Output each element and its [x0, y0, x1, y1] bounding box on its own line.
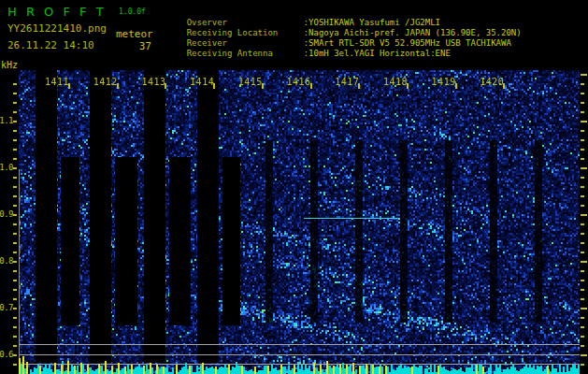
y-axis-tick: [13, 364, 17, 366]
time-label: 1413: [141, 77, 165, 87]
y-axis-tick: [13, 177, 17, 179]
y-axis-tick-right: [581, 270, 584, 272]
y-axis-tick-right: [581, 326, 584, 328]
meteor-count: 37: [131, 40, 151, 52]
y-axis-tick: [13, 93, 17, 94]
y-axis-tick: [13, 326, 17, 328]
output-filename: YY2611221410.png: [7, 22, 107, 35]
y-axis-tick: [13, 121, 17, 122]
time-label: 1418: [383, 77, 408, 87]
station-info-row: Ovserver:YOSHIKAWA Yasufumi /JG2MLI: [166, 8, 440, 19]
y-axis-tick: [13, 167, 17, 169]
meteor-mode-label: meteor: [116, 28, 153, 40]
y-axis-tick-right: [581, 102, 584, 104]
y-axis-tick: [13, 345, 17, 347]
y-axis-label: 0.8: [0, 256, 13, 266]
y-axis-label: 0.7: [0, 303, 13, 312]
time-label: 1412: [93, 77, 118, 87]
y-axis-tick: [13, 280, 17, 281]
y-axis-tick-right: [581, 205, 584, 207]
y-axis-tick-right: [581, 317, 584, 319]
time-tick: [503, 83, 505, 89]
time-tick: [117, 83, 119, 89]
y-axis-tick-right: [581, 158, 584, 160]
y-axis-tick: [13, 298, 17, 300]
time-tick: [310, 83, 312, 89]
y-axis-tick: [13, 289, 17, 291]
time-label: 1414: [190, 77, 214, 87]
y-axis-tick: [13, 111, 17, 113]
y-axis-label: 0.6: [0, 350, 13, 359]
time-tick: [455, 83, 457, 89]
y-axis-tick-right: [581, 186, 584, 188]
y-axis-tick-right: [581, 242, 584, 244]
y-axis-tick-right: [581, 280, 584, 281]
station-info-row: Receiver:SMArt RTL-SDR V5 52.905MHz USB …: [166, 29, 511, 39]
y-axis-tick-right: [581, 195, 584, 197]
y-axis-label: 0.9: [0, 209, 13, 219]
y-axis-tick: [13, 242, 17, 244]
y-axis-tick: [13, 223, 17, 225]
y-axis-tick: [13, 102, 17, 104]
y-axis-tick-right: [581, 289, 584, 291]
y-axis-tick-right: [581, 364, 584, 366]
y-axis-tick: [13, 130, 17, 132]
y-axis-tick: [13, 214, 17, 216]
info-value: :10mH 3el.YAGI Horizontal:ENE: [304, 49, 451, 58]
y-axis-tick: [13, 308, 17, 309]
y-axis-major-tick-right: [581, 121, 587, 122]
y-axis-tick: [13, 317, 17, 319]
hrofft-screen: H R O F F T 1.0.0f YY2611221410.png mete…: [0, 0, 588, 374]
y-axis-tick-right: [581, 233, 584, 235]
time-label: 1416: [287, 77, 311, 87]
y-axis-tick: [13, 139, 17, 141]
time-tick: [358, 83, 360, 89]
y-axis-tick: [13, 336, 17, 338]
y-axis-major-tick-right: [581, 308, 587, 309]
y-axis-tick-right: [581, 83, 584, 85]
time-label: 1411: [45, 77, 69, 87]
y-axis-label: 1.1: [0, 116, 13, 125]
time-tick: [165, 83, 166, 89]
y-axis-tick-right: [581, 139, 584, 141]
time-label: 1419: [432, 77, 456, 87]
y-axis-tick: [13, 186, 17, 188]
y-axis-tick-right: [581, 130, 584, 132]
y-axis-label: 1.0: [0, 163, 13, 172]
time-label: 1417: [335, 77, 359, 87]
time-tick: [213, 83, 215, 89]
y-axis-tick: [13, 261, 17, 263]
y-axis-tick: [13, 233, 17, 235]
y-axis-tick-right: [581, 298, 584, 300]
y-axis-tick-right: [581, 177, 584, 179]
y-axis-tick: [13, 205, 17, 207]
y-axis-major-tick-right: [581, 261, 587, 263]
app-version: 1.0.0f: [119, 7, 146, 16]
observation-datetime: 26.11.22 14:10: [7, 39, 94, 51]
y-axis-tick-right: [581, 111, 584, 113]
y-axis-major-tick-right: [581, 214, 587, 216]
app-title: H R O F F T: [7, 5, 107, 19]
station-info-row: Receiving Antenna:10mH 3el.YAGI Horizont…: [166, 39, 451, 50]
y-axis-tick: [13, 195, 17, 197]
info-label: Receiving Antenna: [187, 49, 304, 58]
y-axis-major-tick-right: [581, 354, 587, 356]
station-info-row: Receiving Location:Nagoya Aichi-pref. JA…: [166, 19, 522, 29]
y-axis-tick-right: [581, 252, 584, 253]
y-axis-major-tick-right: [581, 167, 587, 169]
y-axis-major-tick-right: [581, 74, 587, 76]
y-axis-tick-right: [581, 149, 584, 151]
time-label: 1415: [238, 77, 263, 87]
y-axis-tick: [13, 158, 17, 160]
y-axis-tick: [13, 252, 17, 253]
time-label: 1420: [480, 77, 504, 87]
y-axis-tick: [13, 83, 17, 85]
y-axis-tick: [13, 354, 17, 356]
y-axis-tick-right: [581, 223, 584, 225]
time-tick: [407, 83, 409, 89]
time-tick: [262, 83, 264, 89]
y-axis-tick: [13, 149, 17, 151]
y-axis-tick-right: [581, 93, 584, 94]
y-axis-unit-label: kHz: [1, 60, 18, 70]
y-axis-tick-right: [581, 336, 584, 338]
